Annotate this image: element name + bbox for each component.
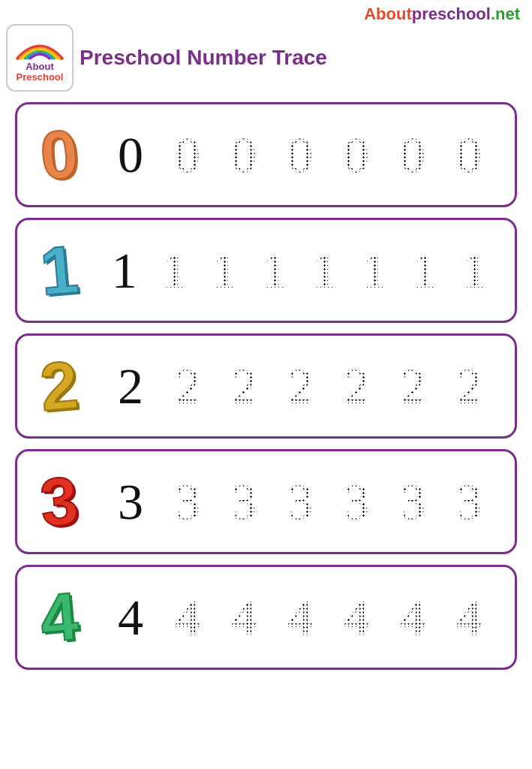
trace-area-1: 1 1 1 1 1 1 1 1	[92, 245, 504, 296]
row-3: 3 3 3 3 3 3 3 3	[15, 449, 517, 554]
site-url-dotnet: .net	[491, 5, 520, 23]
dot-0-6: 0	[448, 129, 490, 180]
cartoon-digit-0: 0	[38, 115, 82, 195]
dot-1-7: 1	[454, 245, 496, 296]
dot-2-6: 2	[448, 360, 490, 412]
dot-1-1: 1	[154, 245, 196, 296]
trace-area-0: 0 0 0 0 0 0 0	[92, 129, 504, 180]
dot-4-6: 4	[448, 592, 490, 643]
cartoon-2: 2	[28, 345, 92, 427]
dot-0-4: 0	[335, 129, 377, 180]
dot-3-6: 3	[448, 476, 490, 527]
row-0: 0 0 0 0 0 0 0 0	[15, 102, 517, 207]
cartoon-3: 3	[28, 460, 92, 543]
dot-0-3: 0	[279, 129, 321, 180]
dot-4-4: 4	[335, 592, 377, 643]
dot-2-1: 2	[167, 360, 209, 412]
dot-1-6: 1	[404, 245, 446, 296]
dot-3-1: 3	[167, 476, 209, 527]
dot-3-4: 3	[335, 476, 377, 527]
logo-box: About Preschool	[6, 24, 74, 92]
dot-1-3: 1	[254, 245, 296, 296]
cartoon-digit-3: 3	[38, 462, 82, 542]
dot-1-4: 1	[304, 245, 346, 296]
dot-2-2: 2	[223, 360, 265, 412]
dot-4-3: 4	[279, 592, 321, 643]
cartoon-digit-1: 1	[38, 231, 82, 311]
rows-container: 0 0 0 0 0 0 0 0 1 1 1 1 1 1 1 1 1 2	[0, 98, 532, 685]
trace-area-2: 2 2 2 2 2 2 2	[92, 360, 504, 412]
dot-1-5: 1	[354, 245, 396, 296]
header-bottom: About Preschool Preschool Number Trace	[0, 24, 532, 98]
dot-2-4: 2	[335, 360, 377, 412]
cartoon-0: 0	[28, 113, 92, 196]
trace-area-3: 3 3 3 3 3 3 3	[92, 476, 504, 527]
dot-0-1: 0	[167, 129, 209, 180]
cartoon-1: 1	[28, 229, 92, 312]
row-2: 2 2 2 2 2 2 2 2	[15, 333, 517, 439]
site-url: Aboutpreschool.net	[364, 5, 520, 24]
dot-2-3: 2	[279, 360, 321, 412]
dot-2-5: 2	[392, 360, 434, 412]
site-url-preschool: preschool	[412, 5, 491, 23]
dot-1-2: 1	[204, 245, 246, 296]
header-top: Aboutpreschool.net	[0, 0, 532, 24]
dot-4-5: 4	[392, 592, 434, 643]
cartoon-digit-2: 2	[38, 346, 82, 427]
solid-4: 4	[109, 592, 152, 643]
dot-0-5: 0	[392, 129, 434, 180]
site-url-about: About	[364, 5, 412, 23]
dot-3-2: 3	[223, 476, 265, 527]
row-4: 4 4 4 4 4 4 4 4	[15, 565, 517, 670]
dot-4-1: 4	[167, 592, 209, 643]
solid-0: 0	[109, 129, 152, 180]
trace-area-4: 4 4 4 4 4 4 4	[92, 592, 504, 643]
cartoon-digit-4: 4	[38, 578, 82, 658]
row-1: 1 1 1 1 1 1 1 1 1	[15, 218, 517, 323]
rainbow-icon	[14, 33, 66, 62]
cartoon-4: 4	[28, 576, 92, 659]
dot-0-2: 0	[223, 129, 265, 180]
dot-4-2: 4	[223, 592, 265, 643]
dot-3-5: 3	[392, 476, 434, 527]
solid-2: 2	[109, 360, 152, 412]
dot-3-3: 3	[279, 476, 321, 527]
logo-text-preschool: Preschool	[17, 72, 64, 83]
solid-3: 3	[109, 476, 152, 527]
solid-1: 1	[103, 245, 146, 296]
page-title: Preschool Number Trace	[80, 46, 327, 70]
logo-text-about: About	[26, 62, 54, 72]
